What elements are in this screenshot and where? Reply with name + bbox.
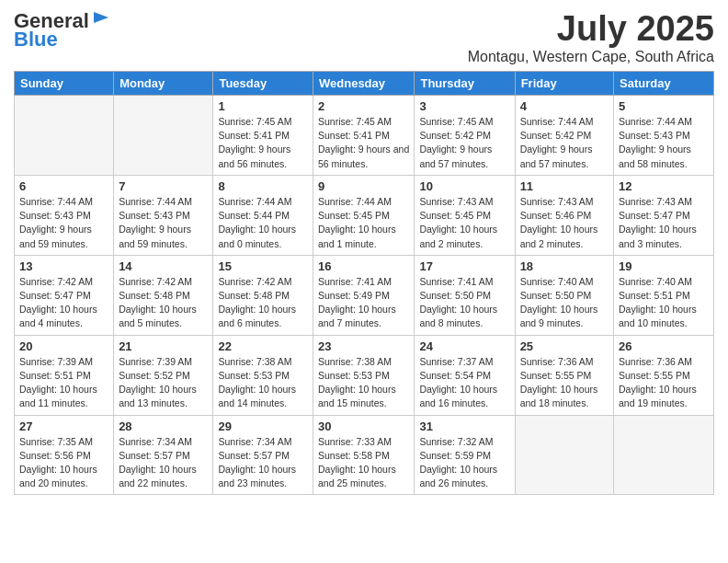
week-row-2: 13Sunrise: 7:42 AMSunset: 5:47 PMDayligh… xyxy=(15,255,714,335)
day-info: Sunrise: 7:38 AMSunset: 5:53 PMDaylight:… xyxy=(218,355,308,411)
calendar-cell: 23Sunrise: 7:38 AMSunset: 5:53 PMDayligh… xyxy=(313,335,415,415)
week-row-0: 1Sunrise: 7:45 AMSunset: 5:41 PMDaylight… xyxy=(15,96,714,176)
day-header-friday: Friday xyxy=(515,72,613,96)
day-header-monday: Monday xyxy=(114,72,213,96)
day-info: Sunrise: 7:40 AMSunset: 5:50 PMDaylight:… xyxy=(520,275,609,331)
calendar-cell: 12Sunrise: 7:43 AMSunset: 5:47 PMDayligh… xyxy=(614,175,714,255)
day-number: 22 xyxy=(218,339,308,353)
calendar-cell: 24Sunrise: 7:37 AMSunset: 5:54 PMDayligh… xyxy=(415,335,515,415)
logo-flag-icon xyxy=(92,10,110,29)
day-header-thursday: Thursday xyxy=(415,72,515,96)
day-header-tuesday: Tuesday xyxy=(213,72,313,96)
day-info: Sunrise: 7:45 AMSunset: 5:41 PMDaylight:… xyxy=(318,115,409,171)
day-number: 8 xyxy=(218,179,308,193)
day-number: 2 xyxy=(318,99,409,113)
day-info: Sunrise: 7:32 AMSunset: 5:59 PMDaylight:… xyxy=(419,435,509,491)
day-info: Sunrise: 7:35 AMSunset: 5:56 PMDaylight:… xyxy=(19,435,108,491)
calendar-cell: 3Sunrise: 7:45 AMSunset: 5:42 PMDaylight… xyxy=(415,96,515,176)
calendar-cell: 29Sunrise: 7:34 AMSunset: 5:57 PMDayligh… xyxy=(213,415,313,495)
day-header-wednesday: Wednesday xyxy=(313,72,415,96)
day-number: 13 xyxy=(19,259,108,273)
day-info: Sunrise: 7:36 AMSunset: 5:55 PMDaylight:… xyxy=(619,355,709,411)
calendar-cell: 19Sunrise: 7:40 AMSunset: 5:51 PMDayligh… xyxy=(614,255,714,335)
calendar-cell: 9Sunrise: 7:44 AMSunset: 5:45 PMDaylight… xyxy=(313,175,415,255)
day-info: Sunrise: 7:43 AMSunset: 5:47 PMDaylight:… xyxy=(619,195,709,251)
calendar-cell: 6Sunrise: 7:44 AMSunset: 5:43 PMDaylight… xyxy=(15,175,114,255)
day-number: 28 xyxy=(119,419,208,433)
day-info: Sunrise: 7:33 AMSunset: 5:58 PMDaylight:… xyxy=(318,435,409,491)
page: General Blue July 2025 Montagu, Western … xyxy=(0,0,728,563)
day-info: Sunrise: 7:44 AMSunset: 5:43 PMDaylight:… xyxy=(619,115,709,171)
calendar-cell xyxy=(15,96,114,176)
calendar-cell: 28Sunrise: 7:34 AMSunset: 5:57 PMDayligh… xyxy=(114,415,213,495)
day-number: 6 xyxy=(19,179,108,193)
title-block: July 2025 Montagu, Western Cape, South A… xyxy=(468,9,714,65)
day-info: Sunrise: 7:45 AMSunset: 5:41 PMDaylight:… xyxy=(218,115,308,171)
day-number: 5 xyxy=(619,99,709,113)
day-info: Sunrise: 7:39 AMSunset: 5:51 PMDaylight:… xyxy=(19,355,108,411)
calendar-cell: 22Sunrise: 7:38 AMSunset: 5:53 PMDayligh… xyxy=(213,335,313,415)
day-number: 11 xyxy=(520,179,609,193)
calendar-cell: 30Sunrise: 7:33 AMSunset: 5:58 PMDayligh… xyxy=(313,415,415,495)
day-info: Sunrise: 7:38 AMSunset: 5:53 PMDaylight:… xyxy=(318,355,409,411)
calendar-cell: 16Sunrise: 7:41 AMSunset: 5:49 PMDayligh… xyxy=(313,255,415,335)
day-number: 4 xyxy=(520,99,609,113)
day-info: Sunrise: 7:44 AMSunset: 5:42 PMDaylight:… xyxy=(520,115,609,171)
location: Montagu, Western Cape, South Africa xyxy=(468,49,714,65)
day-header-saturday: Saturday xyxy=(614,72,714,96)
day-number: 7 xyxy=(119,179,208,193)
calendar: SundayMondayTuesdayWednesdayThursdayFrid… xyxy=(14,71,714,495)
calendar-cell: 5Sunrise: 7:44 AMSunset: 5:43 PMDaylight… xyxy=(614,96,714,176)
day-number: 21 xyxy=(119,339,208,353)
calendar-cell: 21Sunrise: 7:39 AMSunset: 5:52 PMDayligh… xyxy=(114,335,213,415)
calendar-cell: 26Sunrise: 7:36 AMSunset: 5:55 PMDayligh… xyxy=(614,335,714,415)
day-number: 23 xyxy=(318,339,409,353)
day-number: 24 xyxy=(419,339,509,353)
calendar-cell xyxy=(515,415,613,495)
day-info: Sunrise: 7:43 AMSunset: 5:45 PMDaylight:… xyxy=(419,195,509,251)
month-title: July 2025 xyxy=(468,9,714,49)
calendar-cell: 20Sunrise: 7:39 AMSunset: 5:51 PMDayligh… xyxy=(15,335,114,415)
calendar-header-row: SundayMondayTuesdayWednesdayThursdayFrid… xyxy=(15,72,714,96)
week-row-1: 6Sunrise: 7:44 AMSunset: 5:43 PMDaylight… xyxy=(15,175,714,255)
day-info: Sunrise: 7:45 AMSunset: 5:42 PMDaylight:… xyxy=(419,115,509,171)
day-number: 3 xyxy=(419,99,509,113)
calendar-cell: 10Sunrise: 7:43 AMSunset: 5:45 PMDayligh… xyxy=(415,175,515,255)
day-info: Sunrise: 7:34 AMSunset: 5:57 PMDaylight:… xyxy=(218,435,308,491)
day-info: Sunrise: 7:42 AMSunset: 5:48 PMDaylight:… xyxy=(119,275,208,331)
day-number: 19 xyxy=(619,259,709,273)
day-info: Sunrise: 7:42 AMSunset: 5:47 PMDaylight:… xyxy=(19,275,108,331)
day-number: 12 xyxy=(619,179,709,193)
day-number: 1 xyxy=(218,99,308,113)
day-number: 29 xyxy=(218,419,308,433)
week-row-3: 20Sunrise: 7:39 AMSunset: 5:51 PMDayligh… xyxy=(15,335,714,415)
day-info: Sunrise: 7:39 AMSunset: 5:52 PMDaylight:… xyxy=(119,355,208,411)
calendar-cell: 13Sunrise: 7:42 AMSunset: 5:47 PMDayligh… xyxy=(15,255,114,335)
day-info: Sunrise: 7:44 AMSunset: 5:43 PMDaylight:… xyxy=(119,195,208,251)
day-number: 10 xyxy=(419,179,509,193)
calendar-cell xyxy=(114,96,213,176)
day-info: Sunrise: 7:44 AMSunset: 5:43 PMDaylight:… xyxy=(19,195,108,251)
day-number: 9 xyxy=(318,179,409,193)
calendar-cell: 18Sunrise: 7:40 AMSunset: 5:50 PMDayligh… xyxy=(515,255,613,335)
day-number: 27 xyxy=(19,419,108,433)
logo-blue: Blue xyxy=(14,28,58,52)
calendar-cell: 4Sunrise: 7:44 AMSunset: 5:42 PMDaylight… xyxy=(515,96,613,176)
calendar-cell: 25Sunrise: 7:36 AMSunset: 5:55 PMDayligh… xyxy=(515,335,613,415)
calendar-cell: 14Sunrise: 7:42 AMSunset: 5:48 PMDayligh… xyxy=(114,255,213,335)
day-info: Sunrise: 7:44 AMSunset: 5:44 PMDaylight:… xyxy=(218,195,308,251)
day-info: Sunrise: 7:41 AMSunset: 5:49 PMDaylight:… xyxy=(318,275,409,331)
calendar-cell: 31Sunrise: 7:32 AMSunset: 5:59 PMDayligh… xyxy=(415,415,515,495)
day-number: 20 xyxy=(19,339,108,353)
day-info: Sunrise: 7:41 AMSunset: 5:50 PMDaylight:… xyxy=(419,275,509,331)
day-number: 26 xyxy=(619,339,709,353)
day-number: 15 xyxy=(218,259,308,273)
calendar-cell: 7Sunrise: 7:44 AMSunset: 5:43 PMDaylight… xyxy=(114,175,213,255)
day-info: Sunrise: 7:44 AMSunset: 5:45 PMDaylight:… xyxy=(318,195,409,251)
header: General Blue July 2025 Montagu, Western … xyxy=(14,9,714,65)
day-info: Sunrise: 7:34 AMSunset: 5:57 PMDaylight:… xyxy=(119,435,208,491)
day-number: 17 xyxy=(419,259,509,273)
day-info: Sunrise: 7:37 AMSunset: 5:54 PMDaylight:… xyxy=(419,355,509,411)
svg-marker-0 xyxy=(94,12,108,23)
day-info: Sunrise: 7:40 AMSunset: 5:51 PMDaylight:… xyxy=(619,275,709,331)
